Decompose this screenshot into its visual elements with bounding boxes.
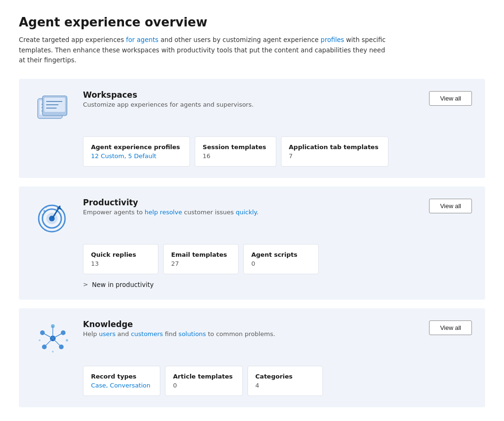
session-templates-title: Session templates	[203, 143, 266, 151]
quick-replies-card[interactable]: Quick replies 13	[83, 244, 158, 274]
workspaces-title-block: Workspaces Customize app experiences for…	[83, 90, 254, 108]
users-link[interactable]: users	[99, 330, 116, 337]
svg-line-26	[53, 333, 63, 338]
categories-value: 4	[256, 382, 313, 389]
for-agents-link[interactable]: for agents	[126, 36, 158, 43]
productivity-header: Productivity Empower agents to help reso…	[32, 198, 472, 236]
profiles-link[interactable]: profiles	[321, 36, 344, 43]
article-templates-title: Article templates	[173, 373, 233, 380]
knowledge-subtitle: Help users and customers find solutions …	[83, 330, 275, 337]
chevron-right-icon: >	[83, 281, 88, 288]
workspaces-subtitle: Customize app experiences for agents and…	[83, 101, 254, 108]
record-types-title: Record types	[91, 373, 150, 380]
knowledge-icon	[32, 320, 74, 357]
productivity-title: Productivity	[83, 198, 258, 207]
page-description: Create targeted app experiences for agen…	[19, 35, 387, 66]
knowledge-header-left: Knowledge Help users and customers find …	[32, 320, 275, 357]
svg-line-25	[42, 333, 53, 338]
productivity-header-left: Productivity Empower agents to help reso…	[32, 198, 258, 236]
agent-experience-profiles-title: Agent experience profiles	[91, 143, 180, 151]
record-types-value: Case, Conversation	[91, 382, 150, 389]
application-tab-templates-title: Application tab templates	[289, 143, 379, 151]
help-resolve-link[interactable]: help resolve	[145, 209, 182, 216]
article-templates-value: 0	[173, 382, 233, 389]
application-tab-templates-card[interactable]: Application tab templates 7	[281, 136, 388, 167]
session-templates-value: 16	[203, 152, 266, 160]
quick-replies-value: 13	[91, 260, 149, 267]
knowledge-section: Knowledge Help users and customers find …	[19, 308, 485, 407]
svg-line-27	[44, 338, 53, 347]
email-templates-value: 27	[171, 260, 229, 267]
svg-point-16	[43, 210, 45, 212]
categories-card[interactable]: Categories 4	[248, 366, 323, 396]
agent-scripts-value: 0	[251, 260, 309, 267]
svg-line-28	[53, 338, 61, 347]
workspaces-section: Workspaces Customize app experiences for…	[19, 79, 485, 178]
new-in-productivity-label: New in productivity	[92, 281, 154, 288]
knowledge-cards: Record types Case, Conversation Article …	[83, 366, 472, 396]
categories-title: Categories	[256, 373, 313, 380]
agent-experience-profiles-card[interactable]: Agent experience profiles 12 Custom, 5 D…	[83, 136, 190, 167]
record-types-card[interactable]: Record types Case, Conversation	[83, 366, 160, 396]
svg-point-17	[42, 214, 43, 215]
productivity-title-block: Productivity Empower agents to help reso…	[83, 198, 258, 216]
email-templates-card[interactable]: Email templates 27	[163, 244, 239, 274]
workspace-icon	[32, 90, 74, 128]
article-templates-card[interactable]: Article templates 0	[165, 366, 243, 396]
workspaces-cards: Agent experience profiles 12 Custom, 5 D…	[83, 136, 472, 167]
productivity-section: Productivity Empower agents to help reso…	[19, 186, 485, 300]
productivity-subtitle: Empower agents to help resolve customer …	[83, 209, 258, 216]
agent-scripts-title: Agent scripts	[251, 251, 309, 258]
agent-scripts-card[interactable]: Agent scripts 0	[243, 244, 319, 274]
agent-experience-profiles-value: 12 Custom, 5 Default	[91, 152, 180, 160]
quickly-link[interactable]: quickly	[236, 209, 256, 216]
workspaces-title: Workspaces	[83, 90, 254, 100]
new-in-productivity-link[interactable]: > New in productivity	[83, 281, 472, 288]
svg-point-32	[52, 351, 54, 353]
workspaces-header: Workspaces Customize app experiences for…	[32, 90, 472, 128]
workspaces-view-all-button[interactable]: View all	[429, 91, 472, 106]
svg-point-31	[39, 339, 41, 341]
knowledge-header: Knowledge Help users and customers find …	[32, 320, 472, 357]
email-templates-title: Email templates	[171, 251, 229, 258]
knowledge-title: Knowledge	[83, 320, 275, 329]
svg-point-30	[66, 339, 68, 341]
svg-point-18	[46, 206, 47, 208]
application-tab-templates-value: 7	[289, 152, 379, 160]
session-templates-card[interactable]: Session templates 16	[195, 136, 276, 167]
customers-link[interactable]: customers	[131, 330, 163, 337]
knowledge-title-block: Knowledge Help users and customers find …	[83, 320, 275, 337]
workspaces-header-left: Workspaces Customize app experiences for…	[32, 90, 254, 128]
productivity-icon	[32, 198, 74, 236]
productivity-cards: Quick replies 13 Email templates 27 Agen…	[83, 244, 472, 274]
productivity-view-all-button[interactable]: View all	[429, 199, 472, 213]
quick-replies-title: Quick replies	[91, 251, 149, 258]
page-container: Agent experience overview Create targete…	[0, 0, 504, 421]
solutions-link[interactable]: solutions	[179, 330, 206, 337]
page-title: Agent experience overview	[19, 15, 485, 29]
knowledge-view-all-button[interactable]: View all	[429, 320, 472, 335]
